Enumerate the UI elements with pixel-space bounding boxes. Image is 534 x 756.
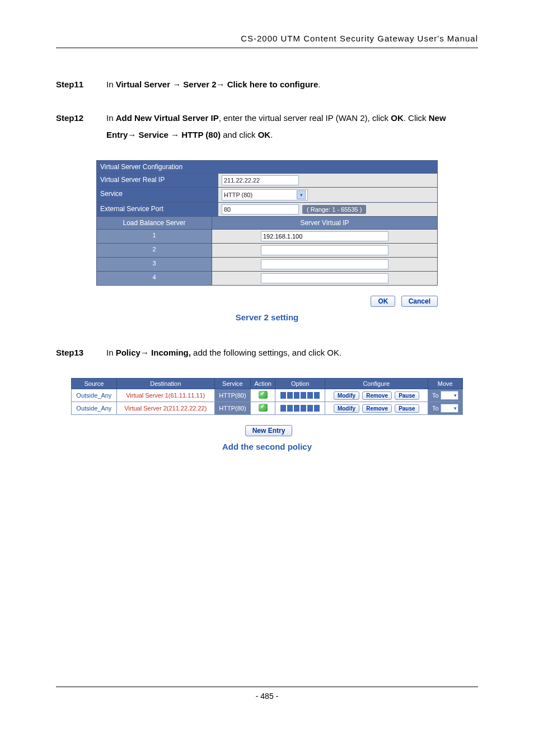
virtual-server-config-panel: Virtual Server Configuration Virtual Ser… xyxy=(96,160,438,286)
th-destination: Destination xyxy=(116,379,214,389)
th-configure: Configure xyxy=(325,379,428,389)
page-footer: - 485 - xyxy=(56,687,478,701)
step13-label: Step13 xyxy=(56,344,106,361)
remove-button[interactable]: Remove xyxy=(362,391,392,400)
cell-source[interactable]: Outside_Any xyxy=(72,402,117,415)
permit-icon xyxy=(259,391,268,399)
cell-configure: Modify Remove Pause xyxy=(325,402,428,415)
step11: Step11 In Virtual Server → Server 2→ Cli… xyxy=(56,76,478,93)
header-title: CS-2000 UTM Content Security Gateway Use… xyxy=(56,34,478,48)
chevron-down-icon: ▾ xyxy=(454,393,457,398)
cell-option xyxy=(275,402,325,415)
th-service: Service xyxy=(214,379,250,389)
th-move: Move xyxy=(428,379,462,389)
remove-button[interactable]: Remove xyxy=(362,404,392,413)
policy-table: Source Destination Service Action Option… xyxy=(71,378,463,415)
step11-text: In Virtual Server → Server 2→ Click here… xyxy=(106,76,320,93)
cancel-button[interactable]: Cancel xyxy=(401,296,438,307)
chevron-down-icon: ▾ xyxy=(297,190,306,199)
th-source: Source xyxy=(72,379,117,389)
cell-configure: Modify Remove Pause xyxy=(325,389,428,402)
step13-text: In Policy→ Incoming, add the following s… xyxy=(106,344,341,361)
cell-move: To 1▾ xyxy=(428,389,462,402)
cell-service: HTTP(80) xyxy=(214,402,250,415)
step11-label: Step11 xyxy=(56,76,106,93)
service-label: Service xyxy=(97,188,218,202)
lb-row-1: 1 192.168.1.100 xyxy=(96,230,438,244)
vip-input-2[interactable] xyxy=(261,245,388,255)
move-select[interactable]: 1▾ xyxy=(441,391,458,400)
real-ip-label: Virtual Server Real IP xyxy=(97,174,218,187)
lb-row-4: 4 xyxy=(96,272,438,286)
th-option: Option xyxy=(275,379,325,389)
vip-input-4[interactable] xyxy=(261,273,388,283)
modify-button[interactable]: Modify xyxy=(334,391,359,400)
lb-server-header: Load Balance Server xyxy=(97,217,212,229)
cell-source[interactable]: Outside_Any xyxy=(72,389,117,402)
chevron-down-icon: ▾ xyxy=(454,405,457,411)
server-vip-header: Server Virtual IP xyxy=(212,217,437,229)
vip-input-1[interactable]: 192.168.1.100 xyxy=(261,231,388,241)
step12-text: In Add New Virtual Server IP, enter the … xyxy=(106,110,478,143)
cell-option xyxy=(275,389,325,402)
permit-icon xyxy=(259,404,268,412)
step12: Step12 In Add New Virtual Server IP, ent… xyxy=(56,110,478,143)
cell-service: HTTP(80) xyxy=(214,389,250,402)
move-select[interactable]: 2▾ xyxy=(441,404,458,413)
figure-caption-1: Server 2 setting xyxy=(56,312,478,322)
ext-port-input[interactable]: 80 xyxy=(222,204,299,214)
figure-caption-2: Add the second policy xyxy=(56,442,478,451)
lb-row-2: 2 xyxy=(96,244,438,258)
vip-input-3[interactable] xyxy=(261,259,388,269)
panel-title: Virtual Server Configuration xyxy=(96,160,438,174)
cell-move: To 2▾ xyxy=(428,402,462,415)
pause-button[interactable]: Pause xyxy=(395,404,419,413)
modify-button[interactable]: Modify xyxy=(334,404,359,413)
cell-destination[interactable]: Virtual Server 1(61.11.11.11) xyxy=(116,389,214,402)
ext-port-range: ( Range: 1 - 65535 ) xyxy=(302,205,366,214)
step13: Step13 In Policy→ Incoming, add the foll… xyxy=(56,344,478,361)
new-entry-button[interactable]: New Entry xyxy=(245,425,293,436)
ext-port-label: External Service Port xyxy=(97,203,218,216)
table-row: Outside_Any Virtual Server 1(61.11.11.11… xyxy=(72,389,463,402)
cell-destination[interactable]: Virtual Server 2(211.22.22.22) xyxy=(116,402,214,415)
step12-label: Step12 xyxy=(56,110,106,143)
real-ip-input[interactable]: 211.22.22.22 xyxy=(222,175,299,185)
lb-row-3: 3 xyxy=(96,258,438,272)
pause-button[interactable]: Pause xyxy=(395,391,419,400)
cell-action xyxy=(251,389,275,402)
cell-action xyxy=(251,402,275,415)
ok-button[interactable]: OK xyxy=(371,296,395,307)
th-action: Action xyxy=(251,379,275,389)
service-select[interactable]: HTTP (80) ▾ xyxy=(222,189,308,200)
table-row: Outside_Any Virtual Server 2(211.22.22.2… xyxy=(72,402,463,415)
